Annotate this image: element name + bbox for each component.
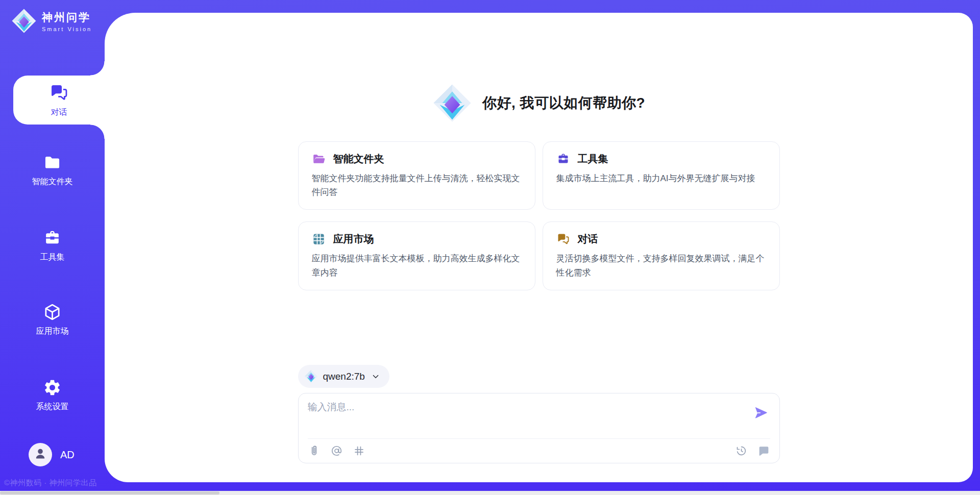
cube-icon: [43, 303, 62, 321]
briefcase-icon: [43, 229, 62, 247]
folder-icon: [43, 153, 62, 172]
card-title: 工具集: [578, 152, 608, 166]
quick-reply-icon[interactable]: [757, 444, 770, 457]
greeting-text: 你好, 我可以如何帮助你?: [482, 93, 645, 113]
folder-open-icon: [312, 152, 326, 166]
message-input[interactable]: [308, 401, 701, 431]
sidebar-item-label: 对话: [51, 107, 67, 118]
brand-subtitle: Smart Vision: [42, 26, 92, 32]
card-title: 智能文件夹: [333, 152, 384, 166]
horizontal-scrollbar: [0, 491, 980, 495]
card-title: 应用市场: [333, 232, 374, 246]
sidebar-item-settings[interactable]: 系统设置: [0, 374, 105, 416]
main-panel: 你好, 我可以如何帮助你? 智能文件夹 智能文件夹功能支持批量文件上传与清洗，轻…: [105, 13, 973, 482]
sidebar-item-chat[interactable]: 对话: [13, 76, 105, 125]
sidebar-item-folders[interactable]: 智能文件夹: [0, 149, 105, 191]
sidebar-item-label: 应用市场: [36, 326, 69, 337]
card-description: 应用市场提供丰富长文本模板，助力高效生成多样化文章内容: [312, 252, 522, 279]
brand: 神州问学 Smart Vision: [11, 8, 92, 34]
feature-cards: 智能文件夹 智能文件夹功能支持批量文件上传与清洗，轻松实现文件问答 工具集 集成…: [298, 141, 780, 290]
model-logo-icon: [304, 369, 318, 383]
feature-card-toolset[interactable]: 工具集 集成市场上主流工具，助力AI与外界无缝扩展与对接: [543, 141, 780, 210]
feature-card-smart-folder[interactable]: 智能文件夹 智能文件夹功能支持批量文件上传与清洗，轻松实现文件问答: [298, 141, 535, 210]
chevron-down-icon: [371, 372, 380, 381]
message-composer: [298, 393, 780, 463]
card-title: 对话: [578, 232, 598, 246]
briefcase-icon: [556, 152, 570, 166]
hash-icon[interactable]: [353, 444, 365, 457]
gear-icon: [43, 378, 62, 397]
card-description: 灵活切换多模型文件，支持多样回复效果调试，满足个性化需求: [556, 252, 766, 279]
model-selector[interactable]: qwen2:7b: [298, 365, 389, 388]
sidebar-item-toolset[interactable]: 工具集: [0, 225, 105, 266]
mention-icon[interactable]: [330, 444, 343, 457]
card-description: 智能文件夹功能支持批量文件上传与清洗，轻松实现文件问答: [312, 171, 522, 199]
attach-icon[interactable]: [308, 444, 321, 457]
greeting: 你好, 我可以如何帮助你?: [298, 83, 780, 123]
sidebar-footer: ©神州数码 · 神州问学出品: [4, 478, 101, 488]
sidebar: 神州问学 Smart Vision 对话 智能文件夹 工具集 应用市场 系统设置…: [0, 0, 105, 495]
brand-logo-icon: [11, 8, 37, 34]
user-row: AD: [29, 443, 75, 466]
app-window: 神州问学 Smart Vision 对话 智能文件夹 工具集 应用市场 系统设置…: [0, 0, 980, 495]
chat-icon: [49, 83, 69, 103]
feature-card-app-market[interactable]: 应用市场 应用市场提供丰富长文本模板，助力高效生成多样化文章内容: [298, 221, 535, 290]
person-icon: [33, 446, 48, 463]
model-name: qwen2:7b: [323, 371, 365, 382]
composer-toolbar: [308, 438, 770, 463]
assistant-logo-icon: [432, 83, 472, 123]
avatar[interactable]: [29, 443, 52, 466]
brand-name: 神州问学: [42, 10, 92, 24]
sidebar-item-market[interactable]: 应用市场: [0, 298, 105, 341]
send-icon[interactable]: [754, 406, 768, 420]
scrollbar-thumb[interactable]: [0, 491, 219, 494]
grid-icon: [312, 232, 326, 246]
history-icon[interactable]: [735, 444, 748, 457]
card-description: 集成市场上主流工具，助力AI与外界无缝扩展与对接: [556, 171, 766, 185]
user-name: AD: [60, 449, 75, 461]
chat-icon: [556, 232, 570, 246]
sidebar-item-label: 系统设置: [36, 402, 69, 412]
feature-card-chat[interactable]: 对话 灵活切换多模型文件，支持多样回复效果调试，满足个性化需求: [543, 221, 780, 290]
sidebar-item-label: 智能文件夹: [32, 177, 73, 187]
sidebar-item-label: 工具集: [40, 252, 65, 263]
